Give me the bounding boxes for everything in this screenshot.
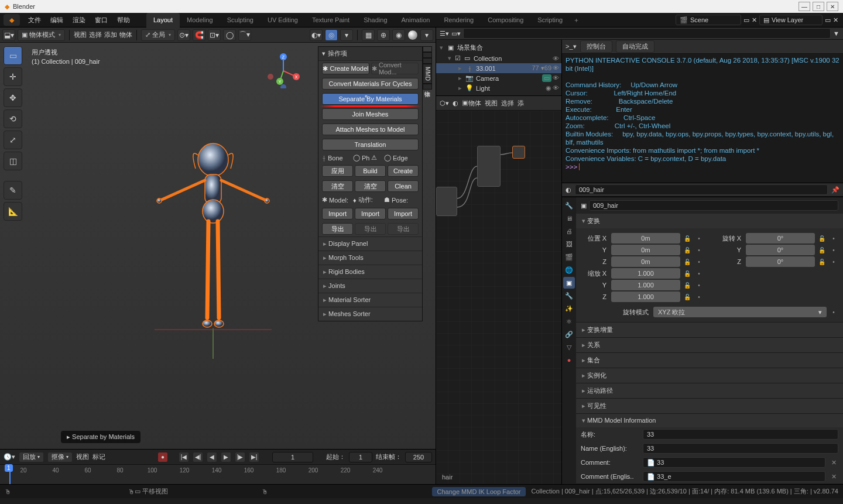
scl-x[interactable]: 1.000 — [611, 268, 680, 279]
tool-transform[interactable]: ◫ — [4, 152, 22, 170]
n-panel-header[interactable]: ▾ 操作项 — [318, 47, 422, 61]
loc-z[interactable]: 0m — [611, 256, 680, 267]
viewlayer-close-icon[interactable]: ✕ — [833, 16, 838, 24]
tl-current-frame[interactable]: 1 — [272, 452, 313, 462]
vp-menu-view[interactable]: 视图 — [74, 30, 87, 39]
console-editor-type-icon[interactable]: >_▾ — [566, 43, 577, 50]
editor-type-icon[interactable]: ⬓▾ — [2, 29, 15, 41]
lock-icon[interactable]: 🔓 — [683, 257, 692, 266]
tool-move[interactable]: ✥ — [4, 88, 22, 107]
prop-tab-material[interactable]: ● — [563, 354, 575, 366]
shading-wire-icon[interactable]: ⊕ — [377, 29, 390, 41]
ntab-obj[interactable]: 物体 — [423, 84, 432, 90]
panel-mmd[interactable]: MMD Model Information — [576, 414, 843, 427]
last-operator-hint[interactable]: ▸ Separate by Materials — [61, 431, 140, 443]
tl-play[interactable]: ▶ — [221, 452, 231, 462]
tl-autokey-icon[interactable]: ● — [157, 452, 168, 462]
checkbox-icon[interactable]: ☑ — [455, 54, 461, 62]
nav-gizmo[interactable]: Z X Y — [266, 53, 301, 88]
timeline-editor-type-icon[interactable]: 🕓▾ — [4, 453, 15, 461]
minimize-button[interactable]: — — [799, 2, 810, 11]
scene-field[interactable]: 🎬 — [676, 15, 741, 25]
tool-rotate[interactable]: ⟲ — [4, 109, 22, 128]
scene-browse-icon[interactable]: ▭ — [743, 16, 749, 24]
shading-solid-icon[interactable]: ◉ — [392, 29, 405, 41]
tab-rendering[interactable]: Rendering — [437, 13, 481, 28]
build-button[interactable]: Build — [355, 165, 386, 177]
panel-rigid[interactable]: Rigid Bodies — [318, 265, 422, 279]
console-tab[interactable]: 控制台 — [580, 40, 612, 53]
eye-icon[interactable]: 👁 — [553, 64, 559, 72]
prop-tab-data[interactable]: ▽ — [563, 341, 575, 353]
ntab-tool[interactable]: 工具 — [423, 52, 432, 58]
material-name-field[interactable]: 009_hair — [575, 184, 828, 195]
tab-animation[interactable]: Animation — [395, 13, 437, 28]
outliner-filter-icon[interactable]: ▼ — [833, 30, 839, 37]
loc-x[interactable]: 0m — [611, 233, 680, 244]
node-shadertype-icon[interactable]: ◐ — [453, 100, 458, 107]
tl-end-frame[interactable]: 250 — [405, 452, 432, 462]
tl-jump-start[interactable]: |◀ — [179, 452, 189, 462]
tl-cursor[interactable]: 1 — [9, 465, 11, 484]
menu-file[interactable]: 文件 — [23, 13, 46, 28]
prop-tab-object[interactable]: ▣ — [563, 277, 575, 289]
mode-select[interactable]: ▣物体模式 — [18, 29, 65, 41]
prop-tab-scene[interactable]: 🎬 — [563, 251, 575, 263]
panel-matsort[interactable]: Material Sorter — [318, 293, 422, 307]
scl-z[interactable]: 1.000 — [611, 292, 680, 302]
clear1-button[interactable]: 清空 — [322, 180, 353, 192]
tab-layout[interactable]: Layout — [146, 13, 180, 28]
overlay-dropdown-icon[interactable]: ▾ — [340, 29, 353, 41]
tl-start-frame[interactable]: 1 — [349, 452, 372, 462]
gizmo-toggle-icon[interactable]: ◎ — [325, 29, 338, 41]
export1-button[interactable]: 导出 — [322, 223, 353, 235]
close-button[interactable]: ✕ — [827, 2, 838, 11]
import3-button[interactable]: Import — [388, 208, 419, 220]
shading-dropdown-icon[interactable]: ▾ — [420, 29, 433, 41]
panel-inst[interactable]: 实例化 — [576, 368, 843, 383]
tab-compositing[interactable]: Compositing — [481, 13, 530, 28]
mmd-comment-input[interactable]: 📄 33 — [643, 457, 825, 468]
vp-menu-add[interactable]: 添加 — [104, 30, 117, 39]
tab-modeling[interactable]: Modeling — [180, 13, 220, 28]
separate-materials-button[interactable]: Separate By Materials — [322, 93, 419, 105]
scl-y[interactable]: 1.000 — [611, 280, 680, 290]
viewport-3d[interactable]: 用户透视 (1) Collection | 009_hair ▦ 📷 ✋ 🔍 Z… — [26, 43, 436, 449]
prop-tab-render[interactable]: 🖥 — [563, 212, 575, 224]
panel-col[interactable]: 集合 — [576, 353, 843, 368]
tl-jump-end[interactable]: ▶| — [249, 452, 259, 462]
tab-scripting[interactable]: Scripting — [530, 13, 570, 28]
outliner-display-mode-icon[interactable]: ▭▾ — [451, 30, 461, 37]
rot-y[interactable]: 0° — [746, 245, 815, 255]
mmd-commentE-input[interactable]: 📄 33_e — [643, 471, 825, 482]
node-editor-type-icon[interactable]: ⬡▾ — [440, 100, 449, 107]
ntab-op[interactable]: 操作项 — [423, 46, 432, 52]
node-editor[interactable]: hair — [436, 111, 561, 484]
node-input[interactable] — [436, 187, 457, 216]
menu-render[interactable]: 渲染 — [68, 13, 90, 28]
panel-meshsort[interactable]: Meshes Sorter — [318, 307, 422, 321]
attach-meshes-button[interactable]: Attach Meshes to Model — [322, 124, 419, 135]
xray-icon[interactable]: ▦ — [362, 29, 375, 41]
panel-rel[interactable]: 关系 — [576, 338, 843, 352]
tab-shading[interactable]: Shading — [357, 13, 394, 28]
lock-icon[interactable]: 🔓 — [817, 245, 827, 255]
blender-icon-button[interactable]: ◆ — [4, 14, 20, 26]
outliner-editor-type-icon[interactable]: ☰▾ — [440, 30, 449, 37]
proportional-icon[interactable]: ◯ — [223, 29, 236, 41]
tl-keyframe-next[interactable]: |▶ — [235, 452, 245, 462]
lock-icon[interactable]: 🔓 — [683, 234, 692, 243]
clear-icon[interactable]: ✕ — [829, 473, 838, 481]
create-button[interactable]: Create — [388, 165, 419, 177]
panel-display[interactable]: Display Panel — [318, 236, 422, 251]
clear-icon[interactable]: ✕ — [829, 459, 838, 467]
lock-icon[interactable]: 🔓 — [683, 269, 692, 278]
tab-sculpting[interactable]: Sculpting — [220, 13, 261, 28]
tl-view[interactable]: 视图 — [76, 452, 89, 461]
clear2-button[interactable]: 清空 — [355, 180, 386, 192]
mmd-nameE-input[interactable]: 33 — [643, 443, 838, 454]
prop-tab-output[interactable]: 🖨 — [563, 225, 575, 237]
mmd-name-input[interactable]: 33 — [643, 429, 838, 440]
panel-delta[interactable]: 变换增量 — [576, 323, 843, 337]
import1-button[interactable]: Import — [322, 208, 353, 220]
